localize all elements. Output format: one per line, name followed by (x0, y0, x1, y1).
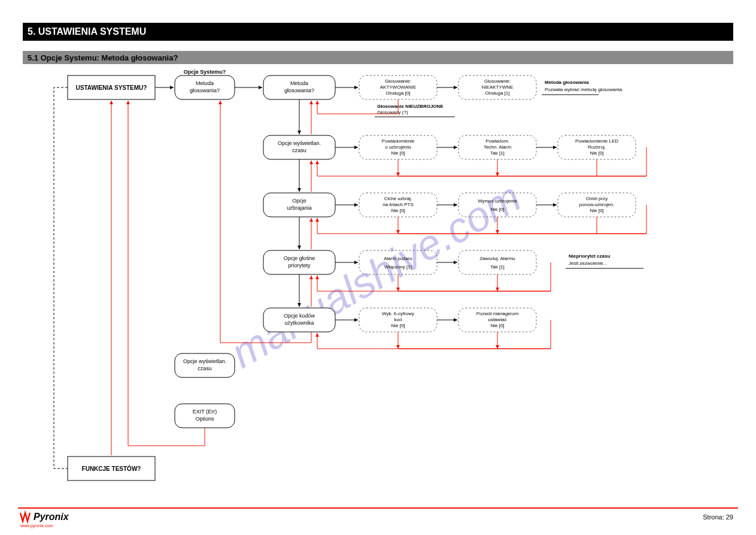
svg-text:Wymuś uzbrojenie: Wymuś uzbrojenie (478, 198, 517, 204)
svg-text:o uzbrojeniu: o uzbrojeniu (385, 144, 411, 150)
svg-text:EXIT (Err): EXIT (Err) (193, 409, 217, 415)
svg-text:Powiadomienie: Powiadomienie (382, 138, 415, 144)
svg-text:priorytety: priorytety (288, 262, 311, 268)
svg-text:Obsługa [1]: Obsługa [1] (485, 90, 510, 96)
svg-text:5.1 Opcje Systemu: Metoda głos: 5.1 Opcje Systemu: Metoda głosowania? (28, 53, 178, 62)
svg-text:Nie [0]: Nie [0] (490, 207, 504, 212)
submenu-display-time: Opcje wyświetlan. czasu (175, 353, 235, 377)
main-menu-item-settings: USTAWIENIA SYSTEMU? (68, 75, 155, 99)
svg-text:Opcje wyświetlan.: Opcje wyświetlan. (183, 358, 226, 364)
cell-r0-c2: Głosowanie: NIEAKTYWNE Obsługa [1] (459, 75, 536, 99)
svg-text:Obsługa [0]: Obsługa [0] (386, 90, 411, 96)
svg-text:Głosowanie NIEUZBROJONE: Głosowanie NIEUZBROJONE (377, 104, 444, 109)
svg-text:Techn. Alarm: Techn. Alarm (484, 144, 512, 150)
svg-text:Nie [0]: Nie [0] (490, 323, 504, 328)
submenu-voting-method: Metoda głosowania? (175, 75, 235, 99)
svg-text:Opcje kodów: Opcje kodów (284, 313, 315, 319)
row-label-1: Opcje wyświetlan. czasu (263, 135, 335, 159)
page-number: Strona: 29 (703, 513, 733, 521)
svg-text:Metoda: Metoda (290, 80, 308, 86)
svg-text:USTAWIENIA SYSTEMU?: USTAWIENIA SYSTEMU? (76, 84, 147, 91)
cell-r1-c2: Powiadom. Techn. Alarm Tak [1] (459, 135, 536, 159)
svg-text:użytkownika: użytkownika (284, 320, 314, 326)
svg-text:Wyk. 6-cyfrowy: Wyk. 6-cyfrowy (382, 311, 414, 316)
svg-text:Opcje głośne: Opcje głośne (284, 255, 315, 261)
svg-text:kod: kod (394, 317, 402, 322)
svg-text:Nie [0]: Nie [0] (391, 208, 405, 213)
svg-text:FUNKCJE TESTÓW?: FUNKCJE TESTÓW? (82, 465, 141, 472)
svg-text:Tak [1]: Tak [1] (490, 264, 505, 270)
svg-text:NIEAKTYWNE: NIEAKTYWNE (482, 84, 514, 90)
svg-text:Nie [0]: Nie [0] (391, 323, 405, 328)
svg-text:Niepriorytet czasu: Niepriorytet czasu (569, 253, 610, 259)
svg-text:www.pyronix.com: www.pyronix.com (20, 524, 53, 528)
svg-text:Powiadom.: Powiadom. (485, 138, 509, 144)
svg-text:Pyronix: Pyronix (34, 512, 69, 522)
svg-text:Opcje Systemu?: Opcje Systemu? (184, 69, 226, 75)
cell-r1-c1: Powiadomienie o uzbrojeniu Nie [0] (359, 135, 437, 159)
cell-r4-c2: Pozwól managerom ustawiać Nie [0] (459, 308, 536, 332)
cell-r2-c1: Ciche uzbraj. na liniach PTS Nie [0] (359, 193, 437, 217)
svg-text:Alarm pożaru: Alarm pożaru (384, 256, 412, 261)
row-label-0: Metoda głosowania? (263, 75, 335, 99)
svg-text:czasu: czasu (198, 365, 212, 371)
cell-r0-c1: Głosowanie: AKTYWOWANIE Obsługa [0] (359, 75, 437, 99)
svg-text:Metoda: Metoda (196, 80, 214, 86)
svg-text:ustawiać: ustawiać (488, 317, 506, 322)
svg-text:Włączony [1]: Włączony [1] (384, 264, 412, 270)
svg-text:Omiń przy: Omiń przy (586, 196, 608, 201)
svg-text:Pozwól managerom: Pozwól managerom (476, 311, 519, 316)
cell-r2-c3: Omiń przy ponow.uzbrojen. Nie [0] (558, 193, 636, 217)
svg-text:Powiadomienie LED: Powiadomienie LED (575, 138, 618, 144)
svg-text:Metoda głosowania: Metoda głosowania (545, 80, 589, 85)
svg-text:Ciche uzbraj.: Ciche uzbraj. (384, 196, 412, 201)
svg-text:Głosowanie:: Głosowanie: (484, 78, 511, 84)
svg-text:głosowania?: głosowania? (190, 87, 220, 93)
svg-text:Rozbroj.: Rozbroj. (588, 144, 606, 150)
main-menu-item-tests: FUNKCJE TESTÓW? (68, 457, 155, 480)
cell-r1-c3: Powiadomienie LED Rozbroj. Nie [0] (558, 135, 636, 159)
cell-r3-c2: Zawoduj. Alarmu Tak [1] (459, 250, 536, 274)
row-label-4: Opcje kodów użytkownika (263, 308, 335, 332)
svg-text:Zawoduj. Alarmu: Zawoduj. Alarmu (479, 256, 515, 261)
svg-text:AKTYWOWANIE: AKTYWOWANIE (380, 84, 417, 90)
cell-r4-c1: Wyk. 6-cyfrowy kod Nie [0] (359, 308, 437, 332)
svg-text:Opcje: Opcje (292, 198, 306, 204)
svg-text:Opcje wyświetlan.: Opcje wyświetlan. (278, 140, 321, 146)
svg-text:czasu: czasu (292, 147, 306, 153)
svg-text:uzbrajania: uzbrajania (287, 205, 312, 211)
row-label-3: Opcje głośne priorytety (263, 250, 335, 274)
svg-text:Tak [1]: Tak [1] (490, 150, 505, 156)
svg-text:Głosowany (?): Głosowany (?) (377, 110, 408, 115)
row-label-2: Opcje uzbrajania (263, 193, 335, 217)
svg-text:Głosowanie:: Głosowanie: (385, 78, 411, 84)
diagram-canvas: 5. USTAWIENIA SYSTEMU 5.1 Opcje Systemu:… (0, 0, 756, 535)
svg-text:Nie [0]: Nie [0] (590, 208, 603, 213)
submenu-exit-options: EXIT (Err) Options (175, 404, 235, 428)
svg-text:Options: Options (195, 416, 214, 422)
svg-text:Jeśli zezwolenie...: Jeśli zezwolenie... (569, 261, 607, 266)
svg-text:głosowania?: głosowania? (284, 87, 314, 93)
svg-text:ponow.uzbrojen.: ponow.uzbrojen. (579, 202, 614, 207)
svg-text:na liniach PTS: na liniach PTS (382, 202, 414, 207)
svg-text:Nie [0]: Nie [0] (391, 150, 405, 156)
svg-rect-68 (459, 250, 536, 274)
svg-text:Nie [0]: Nie [0] (590, 150, 603, 156)
svg-text:Pozwala wybrać metodę głosowan: Pozwala wybrać metodę głosowania. (545, 87, 623, 92)
brand-logo: Pyronix www.pyronix.com (20, 512, 69, 528)
svg-text:5. USTAWIENIA SYSTEMU: 5. USTAWIENIA SYSTEMU (28, 26, 146, 37)
